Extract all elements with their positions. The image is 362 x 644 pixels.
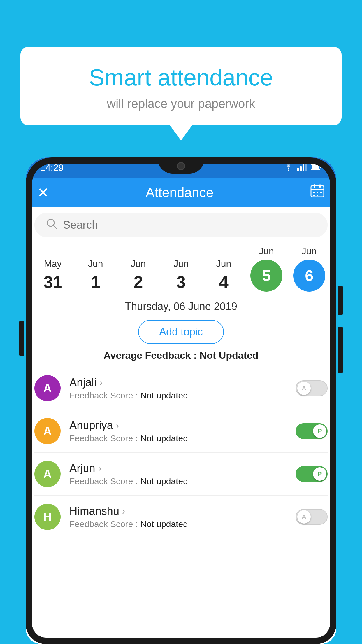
front-camera <box>177 162 185 170</box>
attendance-toggle[interactable]: A <box>296 509 328 525</box>
calendar-date-label: 31 <box>43 272 62 292</box>
calendar-day[interactable]: Jun3 <box>164 258 198 292</box>
svg-rect-3 <box>303 164 304 171</box>
avg-feedback-label: Average Feedback : <box>103 350 197 361</box>
status-icons <box>283 162 322 173</box>
calendar-month-label: Jun <box>88 258 103 269</box>
attendance-toggle-container[interactable]: P <box>296 423 328 439</box>
avg-feedback-value: Not Updated <box>200 350 259 361</box>
calendar-strip: May31Jun1Jun2Jun3Jun4Jun5Jun6 <box>26 240 336 292</box>
search-icon <box>46 218 57 232</box>
feedback-value: Not updated <box>140 519 188 529</box>
student-name: Arjun › <box>69 462 287 475</box>
volume-button-right <box>338 327 343 373</box>
calendar-month-label: Jun <box>216 258 231 269</box>
svg-rect-11 <box>319 184 321 188</box>
calendar-date-label: 2 <box>133 272 143 292</box>
svg-rect-9 <box>311 189 324 190</box>
student-info: Anjali ›Feedback Score : Not updated <box>69 376 287 400</box>
calendar-month-label: Jun <box>259 246 274 257</box>
attendance-toggle-container[interactable]: A <box>296 509 328 525</box>
student-item[interactable]: AAnjali ›Feedback Score : Not updatedA <box>34 367 328 410</box>
student-avatar: A <box>34 418 61 444</box>
search-input[interactable] <box>63 219 316 231</box>
svg-line-18 <box>53 225 57 229</box>
calendar-date-label: 1 <box>91 272 100 292</box>
selected-date: Thursday, 06 June 2019 <box>26 292 336 317</box>
content-area: May31Jun1Jun2Jun3Jun4Jun5Jun6 Thursday, … <box>26 207 336 644</box>
add-topic-container: Add topic <box>26 317 336 350</box>
student-avatar: A <box>34 375 61 401</box>
svg-rect-14 <box>320 192 322 193</box>
calendar-icon[interactable] <box>310 183 325 202</box>
attendance-toggle[interactable]: P <box>296 466 328 482</box>
svg-rect-4 <box>305 163 307 171</box>
app-bar-title: Attendance <box>146 185 214 200</box>
toggle-knob: P <box>313 467 326 481</box>
chevron-icon: › <box>99 377 103 388</box>
student-item[interactable]: AAnupriya ›Feedback Score : Not updatedP <box>34 410 328 453</box>
feedback-value: Not updated <box>140 433 188 443</box>
student-item[interactable]: AArjun ›Feedback Score : Not updatedP <box>34 453 328 496</box>
wifi-icon <box>283 162 294 173</box>
attendance-toggle-container[interactable]: P <box>296 466 328 482</box>
status-bar: 14:29 <box>26 158 336 178</box>
calendar-date-circle: 5 <box>250 260 282 292</box>
toggle-knob: P <box>313 424 326 438</box>
speech-bubble-subtitle: will replace your paperwork <box>44 97 318 111</box>
student-name: Anjali › <box>69 376 287 389</box>
calendar-month-label: Jun <box>173 258 189 269</box>
avg-feedback: Average Feedback : Not Updated <box>26 350 336 367</box>
speech-bubble-title: Smart attendance <box>44 64 318 91</box>
chevron-icon: › <box>98 463 101 474</box>
power-button <box>338 286 343 315</box>
calendar-day[interactable]: Jun2 <box>121 258 156 292</box>
toggle-knob: A <box>297 510 311 524</box>
attendance-toggle-container[interactable]: A <box>296 380 328 396</box>
svg-rect-13 <box>317 192 318 193</box>
student-feedback: Feedback Score : Not updated <box>69 476 287 486</box>
volume-button <box>19 321 24 356</box>
calendar-month-label: May <box>44 258 61 269</box>
speech-bubble-wrapper: Smart attendance will replace your paper… <box>20 47 342 125</box>
svg-rect-1 <box>297 168 299 171</box>
student-info: Arjun ›Feedback Score : Not updated <box>69 462 287 486</box>
calendar-day[interactable]: Jun5 <box>249 246 284 292</box>
svg-rect-7 <box>312 165 319 169</box>
calendar-day[interactable]: Jun1 <box>78 258 113 292</box>
student-feedback: Feedback Score : Not updated <box>69 519 287 529</box>
svg-rect-15 <box>313 195 315 196</box>
student-list: AAnjali ›Feedback Score : Not updatedAAA… <box>26 367 336 538</box>
student-avatar: A <box>34 461 61 487</box>
student-info: Anupriya ›Feedback Score : Not updated <box>69 419 287 443</box>
svg-rect-12 <box>313 192 315 193</box>
attendance-toggle[interactable]: P <box>296 423 328 439</box>
svg-rect-16 <box>317 195 318 196</box>
svg-point-0 <box>288 169 289 171</box>
signal-icon <box>297 163 307 173</box>
calendar-month-label: Jun <box>131 258 146 269</box>
student-item[interactable]: HHimanshu ›Feedback Score : Not updatedA <box>34 496 328 538</box>
attendance-toggle[interactable]: A <box>296 380 328 396</box>
student-feedback: Feedback Score : Not updated <box>69 433 287 443</box>
student-avatar: H <box>34 504 61 530</box>
calendar-date-circle: 6 <box>293 260 325 292</box>
svg-rect-6 <box>320 166 321 168</box>
svg-rect-10 <box>314 184 315 188</box>
calendar-date-label: 4 <box>219 272 228 292</box>
calendar-date-label: 3 <box>176 272 186 292</box>
toggle-knob: A <box>297 382 311 395</box>
search-container[interactable] <box>34 213 328 237</box>
calendar-day[interactable]: Jun4 <box>206 258 241 292</box>
notch <box>158 158 204 174</box>
calendar-month-label: Jun <box>302 246 317 257</box>
calendar-day[interactable]: May31 <box>35 258 70 292</box>
status-time: 14:29 <box>40 162 64 173</box>
chevron-icon: › <box>122 506 125 517</box>
close-button[interactable]: ✕ <box>37 184 49 201</box>
chevron-icon: › <box>116 420 119 431</box>
speech-bubble: Smart attendance will replace your paper… <box>20 47 342 125</box>
calendar-day[interactable]: Jun6 <box>292 246 327 292</box>
feedback-value: Not updated <box>140 391 188 400</box>
add-topic-button[interactable]: Add topic <box>138 320 224 344</box>
